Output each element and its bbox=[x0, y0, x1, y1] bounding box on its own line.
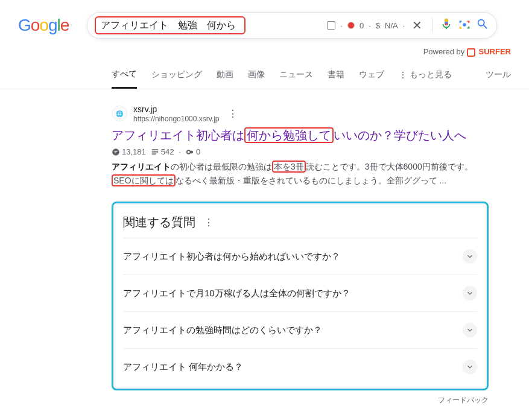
paa-question[interactable]: アフィリエイト初心者は何から始めればいいですか？ bbox=[123, 238, 477, 275]
na-text: N/A bbox=[385, 21, 398, 30]
result-item: 🌐 xsrv.jp https://nihongo1000.xsrv.jp ⋮ … bbox=[112, 104, 489, 188]
powered-by: Powered by SURFER bbox=[0, 45, 529, 63]
chevron-down-icon bbox=[463, 360, 477, 374]
divider bbox=[432, 18, 432, 33]
tab-books[interactable]: 書籍 bbox=[328, 63, 344, 88]
svg-rect-7 bbox=[467, 28, 470, 29]
chevron-down-icon bbox=[463, 249, 477, 264]
result-header: 🌐 xsrv.jp https://nihongo1000.xsrv.jp ⋮ bbox=[112, 104, 489, 124]
search-input[interactable] bbox=[101, 20, 239, 31]
result-stats: 13,181 542 · 0 bbox=[112, 147, 489, 156]
svg-rect-14 bbox=[190, 151, 194, 154]
results: 🌐 xsrv.jp https://nihongo1000.xsrv.jp ⋮ … bbox=[0, 89, 507, 420]
search-highlight bbox=[95, 16, 245, 35]
mic-icon[interactable] bbox=[440, 18, 453, 33]
result-menu-icon[interactable]: ⋮ bbox=[228, 108, 238, 119]
search-wrap: · 0 · $ N/A · ✕ bbox=[87, 12, 529, 39]
paa-title: 関連する質問 ⋮ bbox=[123, 214, 477, 231]
site-info[interactable]: xsrv.jp https://nihongo1000.xsrv.jp bbox=[133, 104, 220, 124]
paa-question[interactable]: アフィリエイト 何年かかる？ bbox=[123, 348, 477, 385]
tab-image[interactable]: 画像 bbox=[248, 63, 265, 88]
tab-more[interactable]: ⋮ もっと見る bbox=[399, 63, 452, 88]
tab-shopping[interactable]: ショッピング bbox=[151, 63, 202, 88]
svg-rect-10 bbox=[152, 149, 159, 150]
svg-rect-5 bbox=[460, 28, 462, 29]
svg-point-8 bbox=[463, 23, 467, 27]
header: Google · 0 · $ N/A · ✕ bbox=[0, 0, 529, 45]
tab-tools[interactable]: ツール bbox=[486, 63, 511, 88]
chevron-down-icon bbox=[463, 323, 477, 337]
more-dots-icon: ⋮ bbox=[399, 70, 407, 80]
favicon: 🌐 bbox=[112, 106, 127, 121]
feedback-link[interactable]: フィードバック bbox=[112, 390, 489, 410]
paa-menu-icon[interactable]: ⋮ bbox=[204, 217, 214, 228]
tab-web[interactable]: ウェブ bbox=[359, 63, 384, 88]
paa-question[interactable]: アフィリエイトの勉強時間はどのくらいですか？ bbox=[123, 311, 477, 348]
svg-rect-1 bbox=[460, 21, 461, 24]
title-highlight: 何から勉強して bbox=[244, 127, 334, 143]
tab-all[interactable]: すべて bbox=[112, 63, 137, 89]
site-url: https://nihongo1000.xsrv.jp bbox=[133, 115, 220, 124]
search-icon[interactable] bbox=[476, 18, 489, 33]
result-title[interactable]: アフィリエイト初心者は何から勉強していいのか？学びたい人へ bbox=[112, 127, 489, 144]
svg-rect-12 bbox=[152, 153, 156, 154]
snippet-highlight: SEOに関しては bbox=[112, 174, 176, 186]
paa-question[interactable]: アフィリエイトで月10万稼げる人は全体の何割ですか？ bbox=[123, 275, 477, 311]
dollar-icon: $ bbox=[376, 21, 380, 30]
surfer-brand[interactable]: SURFER bbox=[479, 47, 511, 56]
snippet-highlight: 本を3冊 bbox=[272, 161, 306, 173]
chevron-down-icon bbox=[463, 286, 477, 301]
search-right-controls: · 0 · $ N/A · ✕ bbox=[327, 18, 489, 33]
clear-icon[interactable]: ✕ bbox=[410, 18, 425, 33]
lens-icon[interactable] bbox=[458, 18, 471, 33]
stat-comments: 13,181 bbox=[112, 147, 146, 156]
people-also-ask: 関連する質問 ⋮ アフィリエイト初心者は何から始めればいいですか？ アフィリエイ… bbox=[112, 202, 489, 390]
tab-video[interactable]: 動画 bbox=[217, 63, 233, 88]
surfer-icon bbox=[467, 48, 475, 57]
google-logo[interactable]: Google bbox=[18, 16, 69, 35]
nav-tabs: すべて ショッピング 動画 画像 ニュース 書籍 ウェブ ⋮ もっと見る ツール bbox=[0, 63, 529, 89]
checkbox-icon[interactable] bbox=[327, 21, 335, 30]
stat-links: 0 bbox=[186, 147, 200, 156]
svg-rect-3 bbox=[469, 21, 470, 24]
svg-rect-11 bbox=[152, 151, 159, 153]
result-snippet: アフィリエイトの初心者は最低限の勉強は本を3冊読むことです。3冊で大体6000円… bbox=[112, 160, 489, 187]
jp-flag-icon bbox=[347, 22, 355, 29]
tab-news[interactable]: ニュース bbox=[279, 63, 313, 88]
stat-words: 542 bbox=[151, 147, 174, 156]
site-name: xsrv.jp bbox=[133, 104, 220, 115]
jp-count: 0 bbox=[360, 21, 364, 30]
search-box: · 0 · $ N/A · ✕ bbox=[87, 12, 497, 39]
